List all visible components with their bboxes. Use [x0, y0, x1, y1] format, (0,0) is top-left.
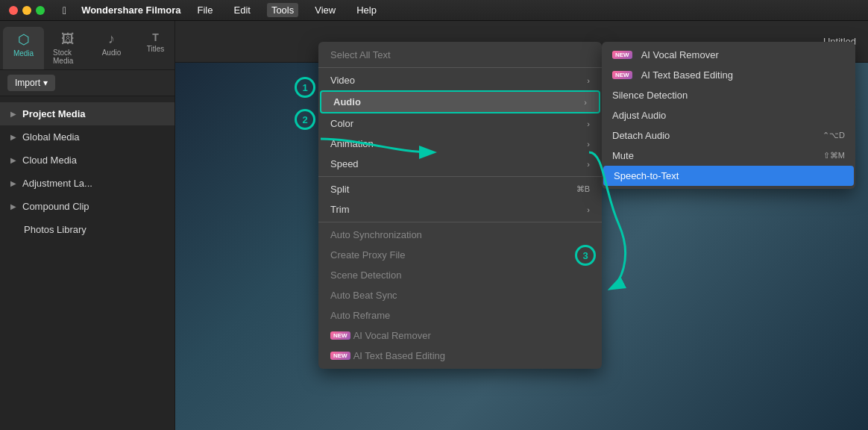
- menu-view[interactable]: View: [310, 3, 340, 17]
- media-tabs: ⬡ Media 🖼 Stock Media ♪ Audio T Titles: [0, 21, 174, 70]
- submenu-mute[interactable]: Mute ⇧⌘M: [602, 146, 855, 166]
- menu-animation[interactable]: Animation ›: [318, 134, 602, 154]
- tab-stock-label: Stock Media: [53, 49, 82, 65]
- detach-shortcut: ⌃⌥D: [823, 131, 845, 140]
- tab-audio[interactable]: ♪ Audio: [91, 27, 132, 69]
- menu-scene-detect[interactable]: Scene Detection: [318, 265, 602, 285]
- chevron-right-icon: ›: [587, 205, 590, 214]
- menu-video[interactable]: Video ›: [318, 70, 602, 90]
- menu-create-proxy[interactable]: Create Proxy File: [318, 245, 602, 265]
- menu-select-all-text[interactable]: Select All Text: [318, 45, 602, 65]
- step-badge-1: 1: [295, 77, 315, 98]
- chevron-right-icon: ›: [587, 76, 590, 85]
- import-chevron-icon: ▾: [43, 78, 48, 88]
- menu-auto-beat[interactable]: Auto Beat Sync: [318, 285, 602, 305]
- chevron-right-icon: ▶: [10, 110, 16, 118]
- cloud-media-label: Cloud Media: [22, 155, 77, 166]
- submenu-adjust-audio[interactable]: Adjust Audio: [602, 105, 855, 125]
- step-badge-3: 3: [575, 245, 596, 266]
- tools-dropdown-menu: Select All Text Video › Audio › Color › …: [318, 42, 602, 369]
- menu-ai-vocal-bottom[interactable]: NEW AI Vocal Remover: [318, 325, 602, 346]
- sidebar-item-adjustment[interactable]: ▶ Adjustment La...: [0, 172, 174, 195]
- maximize-button[interactable]: [36, 6, 45, 15]
- submenu-ai-vocal[interactable]: NEW AI Vocal Remover: [602, 45, 855, 65]
- audio-submenu: NEW AI Vocal Remover NEW AI Text Based E…: [602, 42, 855, 189]
- menu-help[interactable]: Help: [352, 3, 381, 17]
- submenu-silence-detect[interactable]: Silence Detection: [602, 85, 855, 105]
- stock-media-icon: 🖼: [61, 31, 75, 47]
- project-media-label: Project Media: [22, 108, 86, 119]
- new-badge: NEW: [330, 352, 350, 360]
- import-button[interactable]: Import ▾: [7, 75, 55, 91]
- tab-titles-label: Titles: [147, 45, 165, 53]
- menu-color[interactable]: Color ›: [318, 113, 602, 134]
- tab-media-label: Media: [13, 49, 34, 57]
- menu-ai-text-bottom[interactable]: NEW AI Text Based Editing: [318, 346, 602, 366]
- app-name: Wondershare Filmora: [81, 4, 180, 16]
- adjustment-label: Adjustment La...: [22, 178, 92, 189]
- menu-tools[interactable]: Tools: [267, 3, 298, 17]
- chevron-right-icon: ▶: [10, 179, 16, 187]
- chevron-right-icon: ▶: [10, 156, 16, 164]
- chevron-right-icon: ›: [587, 160, 590, 169]
- close-button[interactable]: [9, 6, 18, 15]
- tab-audio-label: Audio: [102, 49, 122, 57]
- import-label: Import: [15, 78, 40, 88]
- menu-auto-sync[interactable]: Auto Synchronization: [318, 225, 602, 245]
- menu-bar:  Wondershare Filmora File Edit Tools Vi…: [0, 0, 868, 21]
- main-area: ⬡ Media 🖼 Stock Media ♪ Audio T Titles I…: [0, 21, 868, 430]
- sidebar-item-photos-library[interactable]: Photos Library: [0, 218, 174, 241]
- mute-shortcut: ⇧⌘M: [823, 151, 845, 161]
- chevron-right-icon: ›: [587, 140, 590, 149]
- compound-clip-label: Compound Clip: [22, 201, 89, 212]
- traffic-lights: [9, 6, 45, 15]
- new-badge: NEW: [612, 51, 632, 59]
- submenu-speech-to-text[interactable]: Speech-to-Text: [603, 166, 854, 186]
- tab-stock-media[interactable]: 🖼 Stock Media: [47, 27, 88, 69]
- apple-logo-icon: : [63, 4, 66, 16]
- menu-divider-3: [318, 222, 602, 222]
- submenu-ai-text[interactable]: NEW AI Text Based Editing: [602, 65, 855, 85]
- submenu-detach-audio[interactable]: Detach Audio ⌃⌥D: [602, 125, 855, 146]
- chevron-right-icon: ›: [584, 98, 587, 107]
- photos-library-label: Photos Library: [24, 224, 87, 235]
- menu-file[interactable]: File: [193, 3, 218, 17]
- menu-auto-reframe[interactable]: Auto Reframe: [318, 305, 602, 325]
- import-bar: Import ▾: [0, 70, 174, 96]
- menu-divider-1: [318, 67, 602, 68]
- menu-divider-2: [318, 176, 602, 177]
- sidebar-content: ▶ Project Media ▶ Global Media ▶ Cloud M…: [0, 96, 174, 430]
- sidebar-item-global-media[interactable]: ▶ Global Media: [0, 125, 174, 149]
- chevron-right-icon: ›: [587, 119, 590, 128]
- sidebar-item-cloud-media[interactable]: ▶ Cloud Media: [0, 149, 174, 172]
- step-badge-2: 2: [295, 109, 315, 130]
- titles-icon: T: [152, 31, 159, 43]
- tab-media[interactable]: ⬡ Media: [3, 27, 44, 69]
- menu-trim[interactable]: Trim ›: [318, 199, 602, 219]
- new-badge: NEW: [612, 71, 632, 79]
- new-badge: NEW: [330, 331, 350, 340]
- split-shortcut: ⌘B: [576, 184, 590, 194]
- menu-speed[interactable]: Speed ›: [318, 154, 602, 174]
- menu-split[interactable]: Split ⌘B: [318, 179, 602, 199]
- sidebar: ⬡ Media 🖼 Stock Media ♪ Audio T Titles I…: [0, 21, 175, 430]
- global-media-label: Global Media: [22, 131, 80, 143]
- menu-audio[interactable]: Audio ›: [320, 90, 600, 113]
- sidebar-item-project-media[interactable]: ▶ Project Media: [0, 102, 174, 125]
- menu-edit[interactable]: Edit: [229, 3, 254, 17]
- audio-icon: ♪: [108, 31, 115, 47]
- chevron-right-icon: ▶: [10, 202, 16, 211]
- sidebar-item-compound-clip[interactable]: ▶ Compound Clip: [0, 195, 174, 218]
- chevron-right-icon: ▶: [10, 133, 16, 141]
- media-icon: ⬡: [18, 31, 30, 48]
- tab-titles[interactable]: T Titles: [135, 27, 176, 69]
- minimize-button[interactable]: [22, 6, 31, 15]
